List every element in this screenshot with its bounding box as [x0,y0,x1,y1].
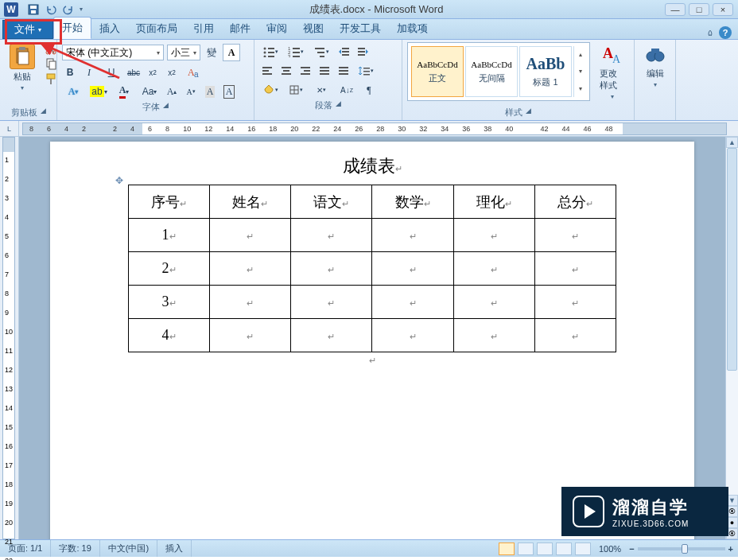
table-header-cell[interactable]: 序号↵ [129,185,210,219]
distribute-button[interactable] [336,63,352,79]
font-name-combo[interactable]: 宋体 (中文正文)▾ [62,45,164,60]
print-layout-view-button[interactable] [499,542,515,555]
phonetic-guide-button[interactable]: 變 [204,45,219,60]
increase-indent-button[interactable] [355,44,371,60]
paste-button[interactable]: 粘贴 ▾ [5,42,40,93]
mailings-tab[interactable]: 邮件 [222,18,258,39]
undo-icon[interactable] [45,3,57,16]
table-cell[interactable]: ↵ [372,286,453,319]
table-cell[interactable]: ↵ [372,252,453,286]
status-language[interactable]: 中文(中国) [100,540,157,557]
save-icon[interactable] [27,3,40,16]
table-cell[interactable]: ↵ [453,252,534,286]
help-icon[interactable]: ? [719,26,732,39]
table-cell[interactable]: ↵ [453,286,534,319]
clear-format-button[interactable]: Aa [183,64,205,80]
table-header-cell[interactable]: 数学↵ [372,185,453,219]
bullets-button[interactable]: ▾ [259,44,282,60]
developer-tab[interactable]: 开发工具 [332,18,389,39]
vertical-ruler[interactable]: 1234567891011121314151617181920212223 [0,137,19,539]
table-header-cell[interactable]: 语文↵ [291,185,372,219]
highlight-button[interactable]: ab▾ [87,84,110,99]
multilevel-list-button[interactable]: ▾ [310,44,332,60]
borders-button[interactable]: ▾ [285,82,307,98]
table-cell[interactable]: 1↵ [129,219,210,252]
document-page[interactable]: ✥ 成绩表↵ 序号↵ 姓名↵ 语文↵ 数学↵ 理化↵ 总分↵ 1↵ ↵ ↵ ↵ … [50,142,694,539]
subscript-button[interactable]: x2 [145,64,161,80]
sort-button[interactable]: A↓Z [336,82,358,98]
table-cell[interactable]: ↵ [291,219,372,252]
style-normal[interactable]: AaBbCcDd 正文 [411,46,464,97]
outline-view-button[interactable] [556,542,572,555]
table-cell[interactable]: ↵ [453,319,534,352]
fullscreen-view-button[interactable] [518,542,534,555]
table-anchor-icon[interactable]: ✥ [115,175,123,186]
layout-tab[interactable]: 页面布局 [128,18,185,39]
vertical-scrollbar[interactable]: ▲ ▼ ⦿ ● ⦿ [725,137,738,539]
addins-tab[interactable]: 加载项 [389,18,436,39]
styles-gallery[interactable]: AaBbCcDd 正文 AaBbCcDd 无间隔 AaBb 标题 1 ▴▾▾ [407,42,590,101]
paragraph-mark[interactable]: ↵ [128,356,616,366]
close-button[interactable]: × [713,3,733,16]
table-cell[interactable]: ↵ [291,252,372,286]
table-cell[interactable]: ↵ [534,319,616,352]
table-header-cell[interactable]: 理化↵ [453,185,534,219]
draft-view-button[interactable] [575,542,591,555]
zoom-level[interactable]: 100% [594,544,626,554]
table-row[interactable]: 1↵ ↵ ↵ ↵ ↵ ↵ [129,219,616,252]
numbering-button[interactable]: 123▾ [285,44,307,60]
scroll-thumb[interactable] [727,148,737,371]
underline-button[interactable]: U [100,64,122,80]
grade-table[interactable]: 序号↵ 姓名↵ 语文↵ 数学↵ 理化↵ 总分↵ 1↵ ↵ ↵ ↵ ↵ ↵ 2↵ [128,185,616,352]
table-cell[interactable]: ↵ [210,319,291,352]
table-cell[interactable]: ↵ [453,219,534,252]
font-size-combo[interactable]: 小三▾ [167,45,200,60]
zoom-in-button[interactable]: + [728,544,733,554]
paragraph-launcher-icon[interactable]: ◢ [336,99,341,111]
table-cell[interactable]: 2↵ [129,252,210,286]
table-cell[interactable]: ↵ [534,219,616,252]
shading-button[interactable]: ▾ [259,82,282,98]
bold-button[interactable]: B [62,64,78,80]
cut-icon[interactable] [45,42,57,55]
table-row[interactable]: 3↵ ↵ ↵ ↵ ↵ ↵ [129,286,616,319]
align-center-button[interactable] [278,63,294,79]
view-tab[interactable]: 视图 [295,18,332,39]
table-cell[interactable]: 4↵ [129,319,210,352]
minimize-ribbon-icon[interactable]: ۵ [708,28,713,38]
decrease-indent-button[interactable] [336,44,352,60]
review-tab[interactable]: 审阅 [258,18,295,39]
line-spacing-button[interactable]: ▾ [355,63,377,79]
show-marks-button[interactable]: ¶ [361,82,377,98]
enclose-char-button[interactable]: A [223,44,240,61]
table-header-cell[interactable]: 姓名↵ [210,185,291,219]
scroll-up-icon[interactable]: ▲ [726,137,738,148]
char-shading-button[interactable]: A [202,84,218,99]
table-header-row[interactable]: 序号↵ 姓名↵ 语文↵ 数学↵ 理化↵ 总分↵ [129,185,616,219]
table-cell[interactable]: ↵ [372,219,453,252]
zoom-slider[interactable] [638,547,725,550]
status-words[interactable]: 字数: 19 [51,540,99,557]
copy-icon[interactable] [45,57,57,70]
home-tab[interactable]: 开始 [53,17,91,39]
table-cell[interactable]: ↵ [372,319,453,352]
document-title[interactable]: 成绩表↵ [128,154,616,178]
change-case-button[interactable]: Aa▾ [138,84,161,99]
style-heading1[interactable]: AaBb 标题 1 [519,46,572,97]
styles-launcher-icon[interactable]: ◢ [526,107,531,119]
superscript-button[interactable]: x2 [164,64,180,80]
style-no-spacing[interactable]: AaBbCcDd 无间隔 [465,46,518,97]
format-painter-icon[interactable] [45,72,57,85]
font-color-button[interactable]: A▾ [113,84,135,99]
asian-layout-button[interactable]: ✕▾ [310,82,332,98]
char-border-button[interactable]: A [221,84,237,99]
grow-font-button[interactable]: A▴ [164,84,180,99]
maximize-button[interactable]: □ [689,3,709,16]
insert-tab[interactable]: 插入 [91,18,128,39]
ruler-corner[interactable]: L [0,121,19,137]
table-cell[interactable]: ↵ [291,286,372,319]
web-layout-view-button[interactable] [537,542,553,555]
text-effects-button[interactable]: A▾ [62,84,84,99]
qat-customize-icon[interactable]: ▾ [80,6,83,13]
minimize-button[interactable]: — [665,3,686,16]
